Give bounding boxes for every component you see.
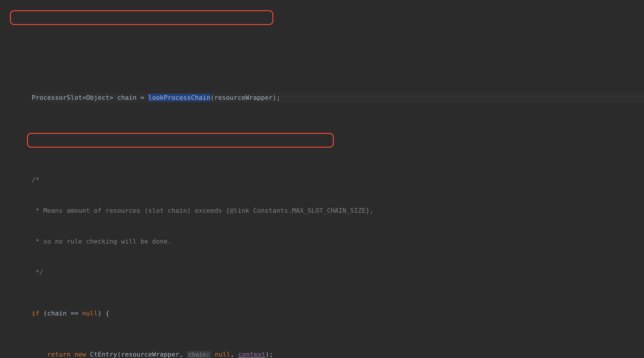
comment: * Means amount of resources (slot chain)…	[32, 207, 374, 214]
code-line[interactable]	[32, 134, 644, 144]
param-hint: chain:	[187, 351, 211, 358]
code-line[interactable]: */	[32, 267, 644, 277]
code-line[interactable]: /*	[32, 175, 644, 185]
token: (resourceWrapper);	[210, 94, 280, 101]
code-line[interactable]: if (chain == null) {	[32, 308, 644, 318]
highlight-box-1	[10, 10, 273, 25]
code-area[interactable]: ProcessorSlot<Object> chain = lookProces…	[14, 0, 644, 358]
token: ,	[231, 351, 238, 358]
token: ProcessorSlot<Object> chain =	[32, 94, 148, 101]
code-line[interactable]	[32, 41, 644, 51]
comment: /*	[32, 176, 40, 183]
code-line[interactable]: ProcessorSlot<Object> chain = lookProces…	[32, 92, 644, 103]
token: CtEntry(resourceWrapper,	[86, 351, 187, 358]
selection-text: lookProcessChain	[148, 94, 210, 101]
code-line[interactable]: return new CtEntry(resourceWrapper, chai…	[32, 349, 644, 358]
token: ) {	[98, 310, 109, 317]
comment: */	[32, 268, 43, 276]
keyword-if: if	[32, 310, 40, 317]
keyword-null: null	[82, 310, 98, 317]
comment: * so no rule checking will be done.	[32, 238, 172, 245]
keyword-return-new: return new	[47, 351, 86, 358]
keyword-null: null	[211, 351, 230, 358]
token: (chain ==	[40, 310, 82, 317]
field-context: context	[238, 351, 265, 358]
code-line[interactable]: * Means amount of resources (slot chain)…	[32, 205, 644, 216]
code-editor[interactable]: ProcessorSlot<Object> chain = lookProces…	[0, 0, 644, 358]
token: );	[265, 351, 273, 358]
code-line[interactable]: * so no rule checking will be done.	[32, 236, 644, 246]
